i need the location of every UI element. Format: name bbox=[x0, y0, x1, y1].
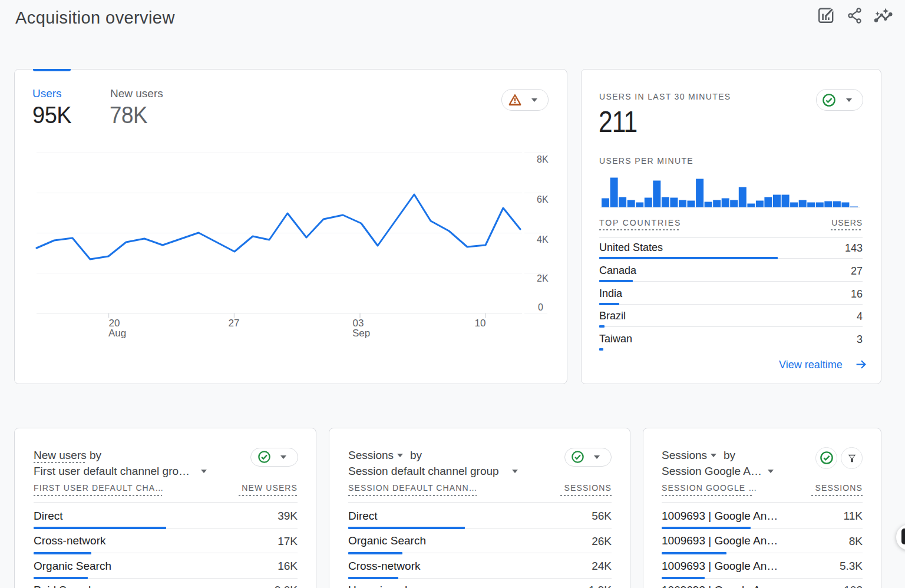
svg-text:8K: 8K bbox=[537, 154, 549, 164]
svg-text:6K: 6K bbox=[537, 194, 549, 204]
svg-text:27: 27 bbox=[229, 318, 240, 329]
svg-text:Sep: Sep bbox=[352, 328, 370, 339]
svg-text:Aug: Aug bbox=[108, 328, 126, 339]
svg-text:10: 10 bbox=[475, 318, 486, 329]
svg-text:2K: 2K bbox=[537, 273, 549, 283]
svg-text:4K: 4K bbox=[537, 234, 549, 245]
svg-text:0: 0 bbox=[538, 302, 543, 312]
